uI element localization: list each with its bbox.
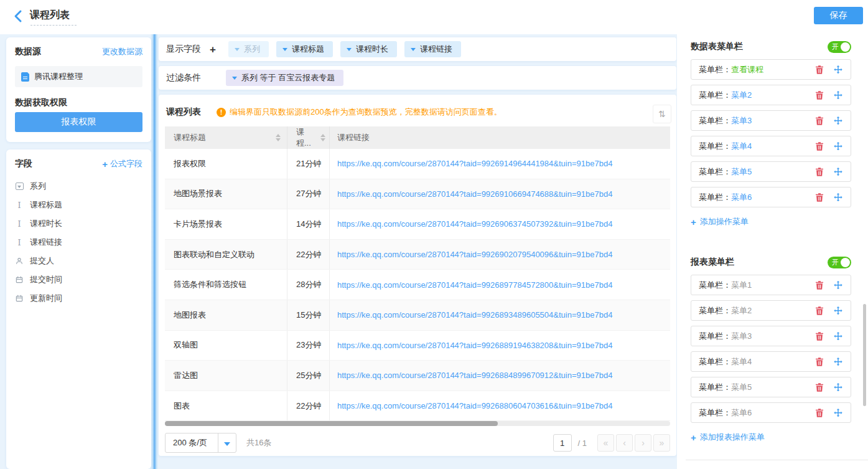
move-icon[interactable] [833, 116, 843, 126]
field-item-course-link[interactable]: I 课程链接 [15, 233, 145, 252]
menu-item-value[interactable]: 菜单6 [731, 192, 752, 203]
horizontal-scrollbar-track[interactable] [165, 421, 670, 426]
move-icon[interactable] [833, 306, 843, 316]
menu-item-value[interactable]: 菜单6 [731, 407, 752, 419]
next-page-button[interactable]: › [635, 434, 651, 452]
add-report-action-menu-link[interactable]: + 添加报表操作菜单 [691, 432, 851, 443]
trash-icon[interactable] [814, 280, 824, 290]
add-formula-field-link[interactable]: + 公式字段 [102, 158, 142, 169]
move-icon[interactable] [833, 90, 843, 100]
last-page-button[interactable]: » [653, 434, 670, 452]
field-item-submit-time[interactable]: 提交时间 [15, 270, 145, 289]
move-icon[interactable] [833, 331, 843, 341]
course-link[interactable]: https://ke.qq.com/course/2870144?taid=99… [337, 371, 612, 380]
move-icon[interactable] [833, 382, 843, 392]
menu-item[interactable]: 菜单栏：菜单6 [691, 187, 851, 207]
vertical-scrollbar-thumb[interactable] [863, 304, 866, 406]
trash-icon[interactable] [814, 382, 824, 392]
page-number-input[interactable] [553, 434, 572, 452]
field-item-update-time[interactable]: 更新时间 [15, 289, 145, 308]
panel-divider-scrollbar[interactable] [151, 34, 158, 469]
calendar-icon [15, 275, 24, 284]
field-item-course-title[interactable]: I 课程标题 [15, 196, 145, 214]
course-link[interactable]: https://ke.qq.com/course/2870144?taid=99… [337, 401, 612, 410]
display-field-tag-series[interactable]: 系列 [228, 41, 269, 57]
datasource-item[interactable]: 腾讯课程整理 [15, 66, 142, 87]
move-icon[interactable] [833, 408, 843, 418]
menu-item[interactable]: 菜单栏：菜单6 [691, 402, 851, 423]
display-field-tag-course-duration[interactable]: 课程时长 [340, 41, 397, 57]
save-button[interactable]: 保存 [814, 7, 863, 24]
datatable-menu-toggle[interactable]: 开 [828, 41, 851, 53]
sort-icon[interactable] [320, 134, 325, 141]
move-icon[interactable] [833, 65, 843, 75]
filter-condition-tag[interactable]: 系列 等于 百宝云报表专题 [226, 70, 343, 86]
display-field-tag-course-link[interactable]: 课程链接 [404, 41, 461, 57]
trash-icon[interactable] [814, 331, 824, 341]
person-icon [15, 257, 24, 265]
menu-item[interactable]: 菜单栏：菜单5 [691, 377, 851, 397]
menu-item-value[interactable]: 菜单3 [731, 115, 752, 126]
back-icon[interactable] [11, 9, 26, 24]
move-icon[interactable] [833, 192, 843, 202]
menu-item-value[interactable]: 菜单1 [731, 280, 752, 291]
trash-icon[interactable] [814, 90, 824, 100]
menu-item-value[interactable]: 菜单2 [731, 305, 752, 316]
course-link[interactable]: https://ke.qq.com/course/2870144?taid=99… [337, 310, 612, 320]
column-header-course-duration[interactable]: 课程... [287, 126, 330, 149]
add-action-menu-link[interactable]: + 添加操作菜单 [691, 216, 851, 227]
menu-item[interactable]: 菜单栏：菜单4 [691, 136, 851, 156]
trash-icon[interactable] [814, 141, 824, 151]
move-icon[interactable] [833, 141, 843, 151]
display-field-tag-course-title[interactable]: 课程标题 [276, 41, 333, 57]
tag-label: 课程时长 [356, 44, 388, 55]
course-link[interactable]: https://ke.qq.com/course/2870144?taid=99… [337, 341, 612, 350]
menu-item[interactable]: 菜单栏：菜单2 [691, 300, 851, 321]
course-link[interactable]: https://ke.qq.com/course/2870144?taid=99… [337, 280, 612, 290]
trash-icon[interactable] [814, 408, 824, 418]
menu-item-value[interactable]: 菜单4 [731, 356, 752, 367]
menu-item-value[interactable]: 菜单5 [731, 166, 752, 178]
menu-item-value[interactable]: 菜单4 [731, 141, 752, 152]
first-page-button[interactable]: « [597, 434, 614, 452]
menu-item-value[interactable]: 查看课程 [731, 64, 763, 75]
menu-item[interactable]: 菜单栏：菜单4 [691, 351, 851, 372]
prev-page-button[interactable]: ‹ [616, 434, 633, 452]
menu-item[interactable]: 菜单栏：菜单5 [691, 161, 851, 182]
page-size-select[interactable]: 200 条/页 [165, 433, 236, 453]
move-icon[interactable] [833, 280, 843, 290]
menu-item-value[interactable]: 菜单2 [731, 90, 752, 101]
trash-icon[interactable] [814, 167, 824, 177]
column-header-course-title[interactable]: 课程标题 [165, 126, 287, 149]
menu-item[interactable]: 菜单栏：菜单2 [691, 85, 851, 105]
menu-item[interactable]: 菜单栏：菜单1 [691, 275, 851, 295]
table-row: 地图报表 15分钟 https://ke.qq.com/course/28701… [165, 300, 670, 331]
menu-item[interactable]: 菜单栏：菜单3 [691, 110, 851, 131]
trash-icon[interactable] [814, 65, 824, 75]
add-display-field-icon[interactable]: + [210, 44, 216, 55]
menu-item-value[interactable]: 菜单5 [731, 382, 752, 393]
field-item-submitter[interactable]: 提交人 [15, 252, 145, 270]
move-icon[interactable] [833, 357, 843, 367]
column-order-button[interactable]: ⇅ [653, 105, 671, 123]
menu-item[interactable]: 菜单栏：查看课程 [691, 59, 851, 80]
course-table-card: 课程列表 ! 编辑界面只取数据源前200条作为查询数据预览，完整数据请访问页面查… [159, 95, 676, 456]
course-link[interactable]: https://ke.qq.com/course/2870144?taid=99… [337, 189, 612, 199]
trash-icon[interactable] [814, 116, 824, 126]
trash-icon[interactable] [814, 357, 824, 367]
move-icon[interactable] [833, 167, 843, 177]
horizontal-scrollbar-thumb[interactable] [165, 421, 498, 426]
report-permission-button[interactable]: 报表权限 [15, 112, 142, 132]
course-link[interactable]: https://ke.qq.com/course/2870144?taid=99… [337, 159, 612, 168]
trash-icon[interactable] [814, 192, 824, 202]
change-datasource-link[interactable]: 更改数据源 [102, 46, 142, 57]
trash-icon[interactable] [814, 306, 824, 316]
field-item-course-duration[interactable]: I 课程时长 [15, 214, 145, 233]
sort-icon[interactable] [276, 134, 281, 141]
course-link[interactable]: https://ke.qq.com/course/2870144?taid=99… [337, 219, 612, 229]
course-link[interactable]: https://ke.qq.com/course/2870144?taid=99… [337, 250, 612, 259]
menu-item[interactable]: 菜单栏：菜单3 [691, 326, 851, 346]
field-item-series[interactable]: 系列 [15, 177, 145, 196]
report-menu-toggle[interactable]: 开 [828, 257, 851, 268]
menu-item-value[interactable]: 菜单3 [731, 331, 752, 342]
